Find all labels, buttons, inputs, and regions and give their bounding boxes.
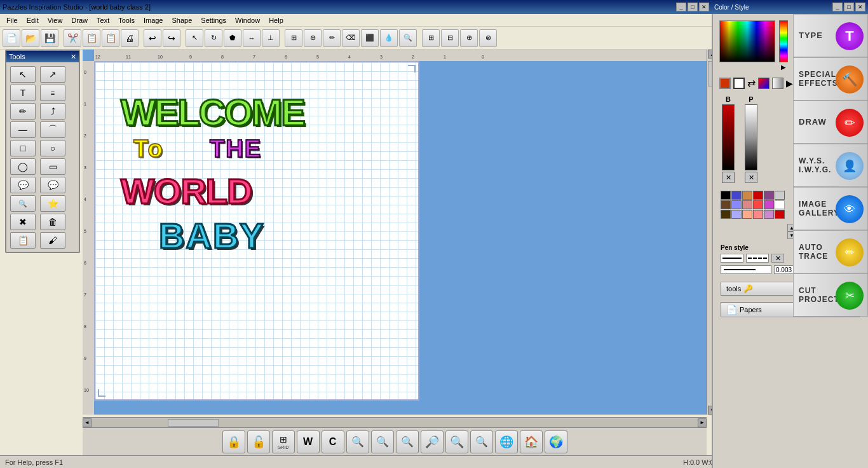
swatch-verydark[interactable] [721,210,731,219]
menu-window[interactable]: Window [231,15,264,25]
zoom-in-button[interactable]: 🔍 [371,430,394,453]
callout-tool[interactable]: 💬 [40,177,65,193]
menu-text[interactable]: Text [93,15,113,25]
copy-button[interactable]: 📋 [83,29,100,47]
paste-button[interactable]: 📋 [102,29,119,47]
menu-image[interactable]: Image [140,15,167,25]
print-button[interactable]: 🖨 [121,29,139,47]
menu-edit[interactable]: Edit [23,15,43,25]
gradient2-swatch[interactable] [772,78,783,89]
fill-color-swatch[interactable] [719,78,731,89]
text-tool[interactable]: T [10,85,36,101]
curve-button[interactable]: C [322,430,344,453]
grid-toggle[interactable]: ⊞ GRID [272,430,295,453]
swatch-brown[interactable] [742,191,752,200]
speech-bubble-tool[interactable]: 💬 [10,177,36,193]
group-tool[interactable]: ⊞ [422,29,440,47]
zoom-fit-button[interactable]: 🔍 [346,430,369,453]
circle-tool[interactable]: ◯ [10,158,36,175]
menu-shape[interactable]: Shape [168,15,196,25]
maximize-button[interactable]: □ [688,3,698,11]
grid-tool[interactable]: ⊞ [285,29,302,47]
globe-button[interactable]: 🌍 [545,430,567,453]
menu-view[interactable]: View [44,15,67,25]
fill-tool[interactable]: ⬛ [361,29,379,47]
color-options-button[interactable]: ▶ [786,78,793,88]
ellipse-tool[interactable]: ○ [40,140,65,156]
open-button[interactable]: 📂 [22,29,39,47]
zoom-minus-button[interactable]: 🔍 [445,430,468,453]
swatch-salmon[interactable] [753,210,763,219]
minimize-button[interactable]: _ [676,3,686,11]
erase-tool[interactable]: ⌫ [342,29,360,47]
align-tool[interactable]: ⊥ [262,29,280,47]
eraser-tool[interactable]: 🗑 [40,214,65,230]
minimize2-button[interactable]: _ [832,3,843,11]
maximize2-button[interactable]: □ [844,3,854,11]
menu-file[interactable]: File [3,15,22,25]
paint-tool[interactable]: 🖌 [40,232,65,249]
arc-tool[interactable]: ⌒ [40,121,65,138]
special-effects-button[interactable]: SPECIALEFFECTS 🔨 [793,57,868,100]
zoom-page-button[interactable]: 🔍 [470,430,493,453]
rotate-select-tool[interactable]: ↗ [40,66,65,83]
redo-button[interactable]: ↪ [163,29,180,47]
star-tool[interactable]: ⭐ [40,195,65,212]
color-arrow[interactable]: ▶ [779,64,788,71]
swatch-magenta[interactable] [764,200,774,209]
lock-button[interactable]: 🔒 [222,430,245,453]
tools-close-button[interactable]: ✕ [71,53,76,61]
new-button[interactable]: 📄 [3,29,20,47]
pen-tool[interactable]: ✏ [323,29,341,47]
ungroup-tool[interactable]: ⊟ [441,29,459,47]
rect-tool[interactable]: □ [10,140,36,156]
swap-colors-button[interactable]: ⇄ [747,77,756,89]
stroke-color-swatch[interactable] [733,78,745,89]
swatch-lightred[interactable] [742,200,752,209]
zoom-plus-button[interactable]: 🔎 [421,430,444,453]
swatch-lightblue[interactable] [731,200,742,209]
home-button[interactable]: 🏠 [520,430,543,453]
snap-tool[interactable]: ⊕ [304,29,322,47]
scroll-hthumb[interactable] [168,419,219,427]
rotate-tool[interactable]: ↻ [205,29,222,47]
wysiwyg-button[interactable]: W [297,430,320,453]
pencil-tool[interactable]: ✏ [10,103,36,120]
swatch-blue[interactable] [731,191,742,200]
cut-project-button[interactable]: CUTPROJECT ✂ [793,273,868,317]
weld-tool[interactable]: ⊗ [479,29,497,47]
swatch-periwinkle[interactable] [731,210,742,219]
menu-tools[interactable]: Tools [114,15,139,25]
line-tool[interactable]: — [10,121,36,138]
wysiwyg-side-button[interactable]: W.Y.S.I.W.Y.G. 👤 [793,144,868,187]
zoom-all-button[interactable]: 🔍 [396,430,419,453]
resize-tool[interactable]: ↔ [243,29,261,47]
type-button[interactable]: TYPE T [793,14,868,57]
dashed-line-button[interactable] [746,254,769,263]
b-reset-button[interactable]: ✕ [722,172,735,183]
hue-slider[interactable] [779,20,788,62]
b-fill[interactable] [722,104,735,170]
swatch-purple[interactable] [764,191,774,200]
scroll-left-button[interactable]: ◄ [83,418,92,427]
p-reset-button[interactable]: ✕ [745,172,757,183]
swatch-peach[interactable] [742,210,752,219]
undo-button[interactable]: ↩ [144,29,161,47]
menu-draw[interactable]: Draw [67,15,92,25]
menu-settings[interactable]: Settings [197,15,230,25]
rounded-rect-tool[interactable]: ▭ [40,158,65,175]
swatch-black[interactable] [721,191,731,200]
scroll-right-button[interactable]: ► [698,418,707,427]
save-button[interactable]: 💾 [41,29,58,47]
close-button[interactable]: ✕ [699,3,709,11]
swatch-red[interactable] [753,191,763,200]
cross-tool[interactable]: ✖ [10,214,36,230]
node-tool[interactable]: ⬟ [224,29,241,47]
bezier-tool[interactable]: ⤴ [40,103,65,120]
cut-button[interactable]: ✂️ [64,29,81,47]
web-button[interactable]: 🌐 [495,430,518,453]
color-spectrum[interactable] [719,20,775,62]
horizontal-scrollbar[interactable]: ◄ ► [83,417,707,427]
text-on-path-tool[interactable]: ≡ [40,85,65,101]
auto-trace-button[interactable]: AUTOTRACE ✏ [793,230,868,273]
